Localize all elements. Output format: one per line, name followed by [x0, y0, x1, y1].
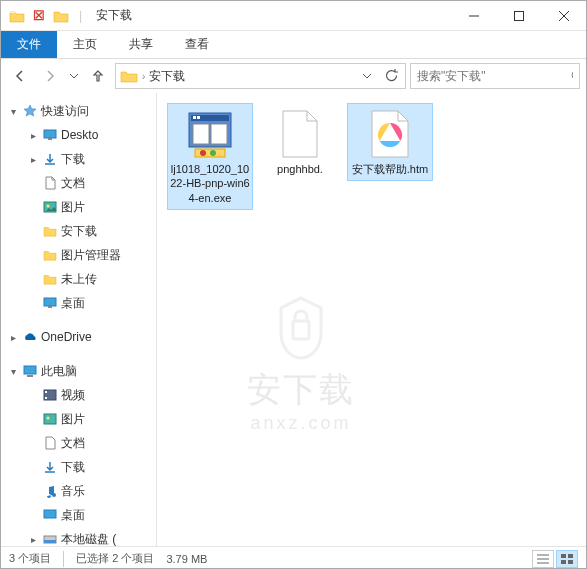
search-box[interactable] — [410, 63, 580, 89]
file-name: pnghhbd. — [277, 162, 323, 176]
download-icon — [41, 459, 59, 475]
music-icon — [41, 483, 59, 499]
picture-icon — [41, 199, 59, 215]
svg-rect-17 — [44, 414, 56, 424]
sidebar-this-pc[interactable]: ▾ 此电脑 — [1, 359, 156, 383]
sidebar-pc-desktop[interactable]: 桌面 — [1, 503, 156, 527]
sidebar-item-pictures[interactable]: 图片 — [1, 195, 156, 219]
sidebar-onedrive[interactable]: ▸ OneDrive — [1, 325, 156, 349]
tab-share[interactable]: 共享 — [113, 31, 169, 58]
address-dropdown[interactable] — [357, 66, 377, 86]
chevron-right-icon[interactable]: ▸ — [27, 154, 39, 165]
svg-rect-27 — [211, 124, 227, 144]
tab-home[interactable]: 主页 — [57, 31, 113, 58]
disk-icon — [41, 531, 59, 546]
sidebar-label: OneDrive — [41, 330, 92, 344]
file-pane[interactable]: lj1018_1020_1022-HB-pnp-win64-en.exe png… — [157, 93, 586, 546]
sidebar: ▾ 快速访问 ▸ Deskto ▸ 下载 文档 图片 安下载 — [1, 93, 157, 546]
sidebar-pc-downloads[interactable]: 下载 — [1, 455, 156, 479]
search-input[interactable] — [417, 69, 567, 83]
sidebar-pc-pictures[interactable]: 图片 — [1, 407, 156, 431]
view-icons-button[interactable] — [556, 550, 578, 568]
svg-rect-13 — [27, 375, 33, 377]
sidebar-pc-documents[interactable]: 文档 — [1, 431, 156, 455]
file-item[interactable]: pnghhbd. — [257, 103, 343, 181]
svg-point-29 — [200, 150, 206, 156]
sidebar-item-downloads[interactable]: ▸ 下载 — [1, 147, 156, 171]
svg-rect-10 — [44, 298, 56, 306]
chevron-right-icon[interactable]: ▸ — [7, 332, 19, 343]
minimize-button[interactable] — [451, 1, 496, 31]
address-row: › 安下载 — [1, 59, 586, 93]
sidebar-item-label: 视频 — [61, 387, 85, 404]
tab-file[interactable]: 文件 — [1, 31, 57, 58]
window-title: 安下载 — [96, 7, 132, 24]
sidebar-label: 此电脑 — [41, 363, 77, 380]
divider: | — [79, 9, 82, 23]
tab-view[interactable]: 查看 — [169, 31, 225, 58]
download-icon — [41, 151, 59, 167]
folder-icon — [41, 247, 59, 263]
file-item[interactable]: lj1018_1020_1022-HB-pnp-win64-en.exe — [167, 103, 253, 210]
sidebar-pc-music[interactable]: 音乐 — [1, 479, 156, 503]
pc-icon — [21, 363, 39, 379]
address-path: 安下载 — [149, 68, 353, 85]
desktop-icon — [41, 295, 59, 311]
picture-icon — [41, 411, 59, 427]
sidebar-item-anxz[interactable]: 安下载 — [1, 219, 156, 243]
svg-rect-39 — [568, 560, 573, 564]
exe-icon — [184, 108, 236, 160]
sidebar-pc-disk[interactable]: ▸ 本地磁盘 ( — [1, 527, 156, 546]
video-icon — [41, 387, 59, 403]
statusbar: 3 个项目 已选择 2 个项目 3.79 MB — [1, 546, 586, 569]
svg-rect-15 — [45, 391, 47, 393]
cloud-icon — [21, 329, 39, 345]
sidebar-item-label: 文档 — [61, 435, 85, 452]
blank-file-icon — [274, 108, 326, 160]
chevron-down-icon[interactable]: ▾ — [7, 106, 19, 117]
view-details-button[interactable] — [532, 550, 554, 568]
close-button[interactable] — [541, 1, 586, 31]
star-icon — [21, 103, 39, 119]
desktop-icon — [41, 507, 59, 523]
svg-rect-38 — [561, 560, 566, 564]
history-dropdown[interactable] — [67, 63, 81, 89]
sidebar-item-label: 下载 — [61, 459, 85, 476]
refresh-button[interactable] — [381, 66, 401, 86]
status-count: 3 个项目 — [9, 551, 51, 566]
back-button[interactable] — [7, 63, 33, 89]
svg-rect-32 — [293, 321, 309, 339]
sidebar-item-notuploaded[interactable]: 未上传 — [1, 267, 156, 291]
chevron-down-icon[interactable]: ▾ — [7, 366, 19, 377]
titlebar: ☒ | 安下载 — [1, 1, 586, 31]
sidebar-item-desktop[interactable]: ▸ Deskto — [1, 123, 156, 147]
up-button[interactable] — [85, 63, 111, 89]
svg-point-18 — [47, 417, 50, 420]
svg-rect-36 — [561, 554, 566, 558]
svg-point-9 — [47, 205, 50, 208]
file-name: lj1018_1020_1022-HB-pnp-win64-en.exe — [170, 162, 250, 205]
sidebar-item-label: 未上传 — [61, 271, 97, 288]
address-bar[interactable]: › 安下载 — [115, 63, 406, 89]
sidebar-item-label: 文档 — [61, 175, 85, 192]
ribbon: 文件 主页 共享 查看 — [1, 31, 586, 59]
folder-icon — [9, 8, 25, 24]
file-item[interactable]: 安下载帮助.htm — [347, 103, 433, 181]
svg-rect-16 — [45, 397, 47, 399]
forward-button[interactable] — [37, 63, 63, 89]
sidebar-item-documents[interactable]: 文档 — [1, 171, 156, 195]
sidebar-item-desktop2[interactable]: 桌面 — [1, 291, 156, 315]
maximize-button[interactable] — [496, 1, 541, 31]
watermark-text: 安下载 — [247, 367, 355, 413]
chevron-right-icon[interactable]: ▸ — [27, 130, 39, 141]
watermark: 安下载 anxz.com — [247, 293, 355, 434]
sidebar-item-label: 下载 — [61, 151, 85, 168]
status-selection: 已选择 2 个项目 — [76, 551, 154, 566]
sidebar-pc-videos[interactable]: 视频 — [1, 383, 156, 407]
chevron-right-icon[interactable]: ▸ — [27, 534, 39, 545]
search-icon — [571, 70, 573, 83]
svg-point-30 — [210, 150, 216, 156]
sidebar-item-picmgr[interactable]: 图片管理器 — [1, 243, 156, 267]
svg-rect-6 — [44, 130, 56, 138]
sidebar-quick-access[interactable]: ▾ 快速访问 — [1, 99, 156, 123]
